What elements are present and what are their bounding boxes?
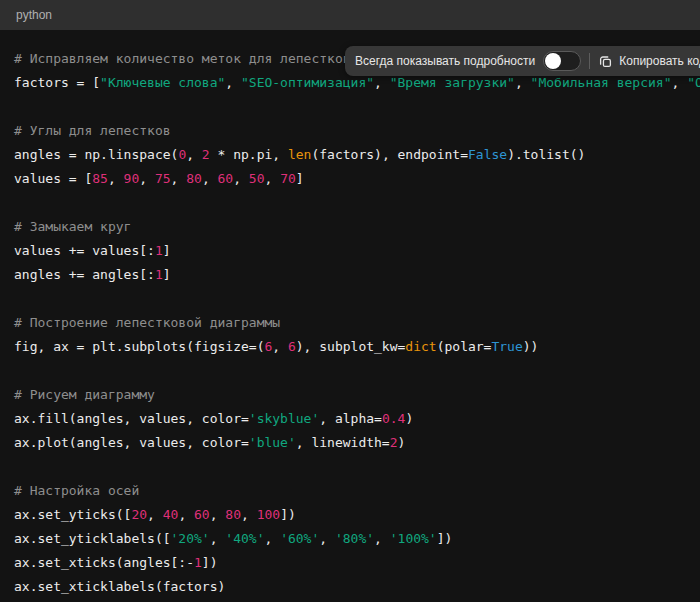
code-line: ax.plot(angles, values, color='blue', li… (14, 431, 686, 455)
copy-code-label: Копировать код (619, 54, 700, 68)
code-line: ax.set_xticks(angles[:-1]) (14, 551, 686, 575)
toggle-knob (545, 53, 561, 69)
code-toolbar: Всегда показывать подробности Копировать… (345, 46, 700, 76)
code-line: angles = np.linspace(0, 2 * np.pi, len(f… (14, 143, 686, 167)
code-line (14, 455, 686, 479)
code-line: # Замыкаем круг (14, 215, 686, 239)
code-line: # Углы для лепестков (14, 119, 686, 143)
code-header: python (0, 0, 700, 30)
code-line: # Построение лепестковой диаграммы (14, 311, 686, 335)
code-content: # Исправляем количество меток для лепест… (0, 30, 700, 599)
code-line: ax.fill(angles, values, color='skyblue',… (14, 407, 686, 431)
code-line: values = [85, 90, 75, 80, 60, 50, 70] (14, 167, 686, 191)
code-line: # Настройка осей (14, 479, 686, 503)
always-show-details-label: Всегда показывать подробности (355, 54, 535, 68)
code-line: # Рисуем диаграмму (14, 383, 686, 407)
copy-code-button[interactable]: Копировать код (598, 54, 700, 69)
copy-icon (598, 54, 613, 69)
code-language-label: python (16, 8, 52, 22)
code-line: values += values[:1] (14, 239, 686, 263)
code-line: ax.set_yticks([20, 40, 60, 80, 100]) (14, 503, 686, 527)
code-block: python Всегда показывать подробности Коп… (0, 0, 700, 602)
code-line: fig, ax = plt.subplots(figsize=(6, 6), s… (14, 335, 686, 359)
always-show-details-toggle[interactable] (543, 51, 581, 71)
code-line: angles += angles[:1] (14, 263, 686, 287)
toolbar-divider (589, 53, 590, 69)
code-line (14, 191, 686, 215)
code-line (14, 359, 686, 383)
code-line (14, 95, 686, 119)
code-line: ax.set_xticklabels(factors) (14, 575, 686, 599)
code-line: ax.set_yticklabels(['20%', '40%', '60%',… (14, 527, 686, 551)
code-line (14, 287, 686, 311)
